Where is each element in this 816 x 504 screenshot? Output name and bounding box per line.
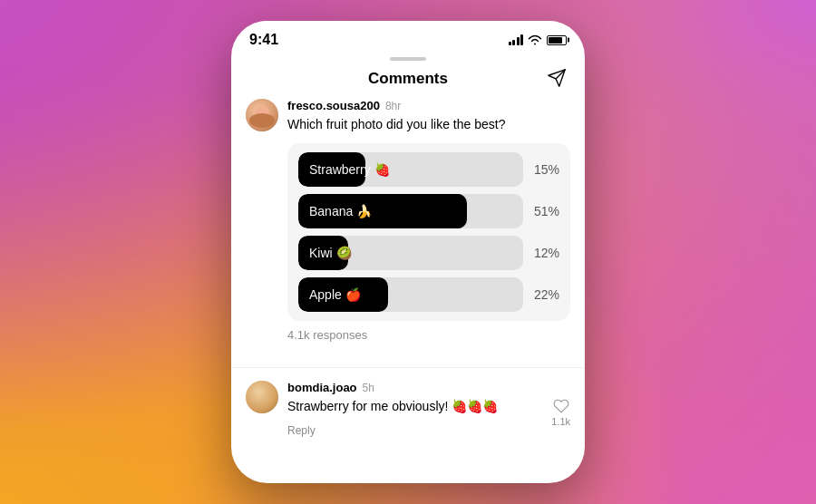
comment-username[interactable]: bomdia.joao bbox=[287, 381, 357, 394]
poll-bar-kiwi: Kiwi 🥝 bbox=[298, 236, 523, 270]
poll-option-label: Apple 🍎 bbox=[309, 287, 361, 302]
avatar bbox=[246, 381, 278, 413]
avatar bbox=[246, 99, 278, 131]
comment-text: Which fruit photo did you like the best? bbox=[287, 116, 570, 134]
avatar-image-bomdia bbox=[246, 381, 278, 413]
poll-percentage: 51% bbox=[530, 204, 559, 218]
poll-bar-strawberry: Strawberry 🍓 bbox=[298, 152, 523, 187]
poll-option-label: Strawberry 🍓 bbox=[309, 162, 390, 177]
comment-body: bomdia.joao 5h Strawberry for me obvious… bbox=[287, 381, 570, 438]
comment-meta: bomdia.joao 5h bbox=[287, 381, 570, 394]
status-icons bbox=[509, 34, 568, 45]
send-button[interactable] bbox=[547, 68, 567, 92]
comment-text: Strawberry for me obviously! 🍓🍓🍓 bbox=[287, 398, 498, 416]
like-count: 1.1k bbox=[551, 416, 570, 427]
poll-responses: 4.1k responses bbox=[287, 328, 570, 342]
poll-option-label: Kiwi 🥝 bbox=[309, 246, 352, 260]
poll-percentage: 12% bbox=[530, 246, 559, 260]
comment-body: fresco.sousa200 8hr Which fruit photo di… bbox=[287, 99, 570, 354]
status-time: 9:41 bbox=[249, 32, 278, 48]
header-title: Comments bbox=[368, 70, 448, 88]
comment-footer: Strawberry for me obviously! 🍓🍓🍓 Reply 1… bbox=[287, 398, 570, 438]
wifi-icon bbox=[528, 34, 542, 45]
avatar-image-fresco bbox=[246, 99, 278, 131]
poll-bar-apple: Apple 🍎 bbox=[298, 277, 523, 312]
send-icon bbox=[547, 68, 567, 88]
comment-item: bomdia.joao 5h Strawberry for me obvious… bbox=[246, 381, 570, 438]
battery-icon bbox=[547, 35, 567, 45]
poll-bar-banana: Banana 🍌 bbox=[298, 194, 523, 228]
reply-button[interactable]: Reply bbox=[287, 424, 316, 437]
poll-option[interactable]: Banana 🍌 51% bbox=[298, 194, 559, 228]
like-area: 1.1k bbox=[551, 398, 570, 427]
heart-icon[interactable] bbox=[553, 398, 569, 414]
poll-percentage: 22% bbox=[530, 287, 559, 302]
status-bar: 9:41 bbox=[231, 21, 585, 52]
comment-time: 8hr bbox=[385, 100, 401, 112]
comment-username[interactable]: fresco.sousa200 bbox=[287, 99, 380, 112]
poll-option[interactable]: Apple 🍎 22% bbox=[298, 277, 559, 312]
signal-icon bbox=[509, 34, 524, 45]
comments-scroll[interactable]: fresco.sousa200 8hr Which fruit photo di… bbox=[231, 99, 585, 483]
comment-item: fresco.sousa200 8hr Which fruit photo di… bbox=[246, 99, 570, 354]
poll-option-label: Banana 🍌 bbox=[309, 204, 372, 218]
comment-actions: Reply bbox=[287, 424, 498, 437]
poll-widget: Strawberry 🍓 15% Banana 🍌 51% bbox=[287, 143, 570, 321]
poll-option[interactable]: Strawberry 🍓 15% bbox=[298, 152, 559, 187]
comments-header: Comments bbox=[231, 61, 585, 99]
comment-time: 5h bbox=[363, 382, 374, 394]
divider bbox=[231, 367, 585, 368]
phone-shell: 9:41 Comments bbox=[231, 21, 585, 483]
comment-meta: fresco.sousa200 8hr bbox=[287, 99, 570, 112]
poll-percentage: 15% bbox=[530, 162, 559, 177]
poll-option[interactable]: Kiwi 🥝 12% bbox=[298, 236, 559, 270]
